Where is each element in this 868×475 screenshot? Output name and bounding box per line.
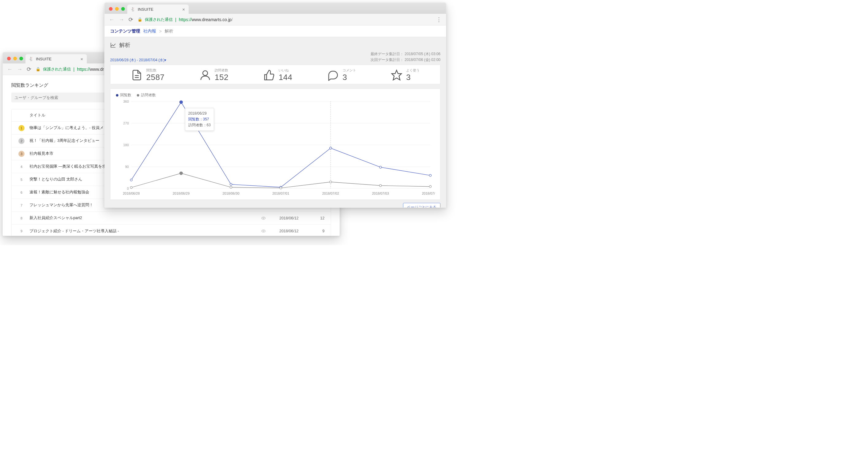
chart-card: 閲覧数 訪問者数 0901802703602018/06/282018/06/2… (110, 89, 440, 200)
thumb-icon (263, 69, 275, 81)
window-controls[interactable] (107, 7, 127, 14)
svg-point-28 (330, 147, 332, 149)
rank-badge: 7 (19, 202, 25, 208)
breadcrumb-root[interactable]: コンテンツ管理 (110, 29, 140, 34)
svg-point-30 (429, 174, 432, 176)
rank-badge: 1 (19, 125, 25, 131)
stat-label: 閲覧数 (146, 68, 165, 73)
url-display[interactable]: 🔒 保護された通信 | https://www.dreamarts.co.jp/ (137, 17, 432, 22)
lock-icon: 🔒 (137, 17, 142, 22)
svg-text:2018/06/29: 2018/06/29 (173, 192, 190, 195)
chart-tooltip: 2018/06/29 閲覧数：357 訪問者数：63 (185, 108, 214, 131)
svg-point-24 (130, 179, 132, 181)
stat-thumb: いいね144 (263, 68, 292, 82)
tooltip-views: 閲覧数：357 (188, 116, 211, 122)
svg-point-33 (230, 186, 232, 189)
breadcrumb-link[interactable]: 社内報 (143, 29, 156, 34)
svg-text:360: 360 (123, 100, 129, 103)
tab-close-icon[interactable]: × (80, 56, 83, 62)
nav-forward-icon[interactable]: → (119, 17, 124, 22)
window-controls[interactable] (5, 57, 26, 63)
nav-forward-icon[interactable]: → (17, 67, 22, 72)
analytics-body: 解析 2018/06/28 (木) - 2018/07/04 (水)▾ 最終デー… (104, 37, 446, 208)
rank-badge: 2 (19, 138, 25, 144)
star-icon (391, 69, 402, 81)
svg-point-34 (280, 187, 282, 189)
table-row[interactable]: 8新入社員紹介スペシャルpart22018/06/1212 (12, 212, 331, 225)
svg-point-4 (203, 71, 208, 76)
legend-views: 閲覧数 (116, 93, 131, 98)
legend-visitors: 訪問者数 (137, 93, 156, 98)
row-count: 12 (307, 216, 326, 220)
tab-close-icon[interactable]: × (182, 7, 185, 12)
stat-value: 152 (215, 73, 228, 82)
stat-value: 3 (406, 73, 420, 82)
page-title: 解析 (119, 41, 130, 49)
nav-back-icon[interactable]: ← (109, 17, 115, 22)
maximize-window-icon[interactable] (19, 57, 23, 60)
browser-tab[interactable]: 🐇 INSUITE × (26, 54, 87, 63)
minimize-window-icon[interactable] (115, 7, 119, 11)
rank-badge: 5 (19, 176, 25, 183)
chart-icon (110, 42, 116, 48)
favicon-icon: 🐇 (29, 56, 33, 61)
chart-area[interactable]: 0901802703602018/06/282018/06/292018/06/… (116, 99, 435, 197)
eye-icon (261, 216, 271, 220)
svg-text:2018/06/28: 2018/06/28 (123, 192, 140, 195)
address-bar: ← → ⟳ 🔒 保護された通信 | https://www.dreamarts.… (104, 14, 446, 26)
favicon-icon: 🐇 (130, 7, 135, 12)
file-icon (131, 69, 143, 81)
stat-label: 訪問者数 (215, 68, 228, 73)
tooltip-visitors: 訪問者数：63 (188, 122, 211, 128)
browser-menu-icon[interactable]: ⋮ (436, 16, 442, 23)
secure-label: 保護された通信 (145, 17, 173, 22)
user-icon (199, 69, 211, 81)
row-title: プロジェクト紹介 - ドリーム・アーツ社導入秘話 - (26, 229, 261, 234)
minimize-window-icon[interactable] (13, 57, 17, 60)
row-count: 9 (307, 229, 326, 233)
svg-text:180: 180 (123, 143, 129, 147)
stat-label: よく使う (406, 68, 420, 73)
svg-text:0: 0 (127, 186, 129, 190)
svg-marker-5 (392, 70, 402, 80)
svg-text:2018/07/02: 2018/07/02 (322, 192, 339, 195)
stat-label: コメント (343, 68, 356, 73)
stat-value: 144 (279, 73, 292, 82)
nav-back-icon[interactable]: ← (7, 67, 12, 72)
svg-point-29 (379, 166, 381, 168)
maximize-window-icon[interactable] (121, 7, 125, 11)
breadcrumb-current: 解析 (165, 29, 173, 34)
row-date: 2018/06/12 (271, 229, 307, 233)
lock-icon: 🔒 (36, 67, 40, 71)
stats-card: 閲覧数2587訪問者数152いいね144コメント3よく使う3 (110, 65, 440, 84)
comment-icon (327, 69, 339, 81)
rank-badge: 6 (19, 190, 25, 196)
svg-point-25 (180, 101, 183, 104)
view-by-page-button[interactable]: ページごとにみる (403, 203, 440, 208)
table-row[interactable]: 9プロジェクト紹介 - ドリーム・アーツ社導入秘話 -2018/06/129 (12, 225, 331, 236)
date-range-picker[interactable]: 2018/06/28 (木) - 2018/07/04 (水)▾ (110, 58, 166, 63)
nav-reload-icon[interactable]: ⟳ (128, 17, 133, 22)
breadcrumb-sep: > (159, 29, 162, 34)
line-chart: 0901802703602018/06/282018/06/292018/06/… (116, 99, 435, 197)
close-window-icon[interactable] (109, 7, 113, 11)
eye-icon (261, 229, 271, 233)
row-date: 2018/06/12 (271, 216, 307, 220)
svg-text:90: 90 (125, 165, 129, 169)
tooltip-date: 2018/06/29 (188, 111, 211, 116)
rank-badge: 4 (19, 164, 25, 170)
rank-badge: 3 (19, 151, 25, 157)
close-window-icon[interactable] (7, 57, 11, 60)
nav-reload-icon[interactable]: ⟳ (27, 67, 31, 72)
chart-legend: 閲覧数 訪問者数 (116, 93, 435, 98)
svg-text:2018/07/03: 2018/07/03 (372, 192, 389, 195)
tab-bar: 🐇 INSUITE × (104, 3, 446, 14)
secure-label: 保護された通信 (43, 67, 71, 72)
rank-badge: 8 (19, 215, 25, 221)
browser-window-analytics: 🐇 INSUITE × ← → ⟳ 🔒 保護された通信 | https://ww… (104, 2, 446, 208)
svg-text:2018/07/04: 2018/07/04 (422, 192, 435, 195)
stat-comment: コメント3 (327, 68, 356, 82)
stat-star: よく使う3 (391, 68, 420, 82)
browser-tab[interactable]: 🐇 INSUITE × (127, 5, 189, 14)
svg-point-26 (230, 183, 232, 185)
